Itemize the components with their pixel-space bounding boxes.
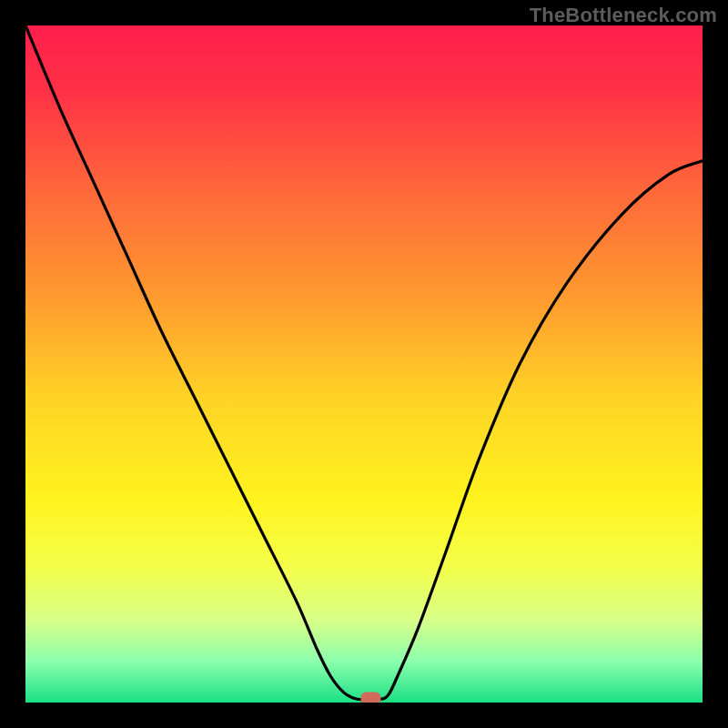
watermark-text: TheBottleneck.com xyxy=(530,4,717,27)
chart-background xyxy=(25,25,703,703)
chart-frame: TheBottleneck.com xyxy=(0,0,728,728)
optimum-marker xyxy=(360,693,380,703)
chart-svg xyxy=(25,25,703,703)
plot-area xyxy=(25,25,703,703)
